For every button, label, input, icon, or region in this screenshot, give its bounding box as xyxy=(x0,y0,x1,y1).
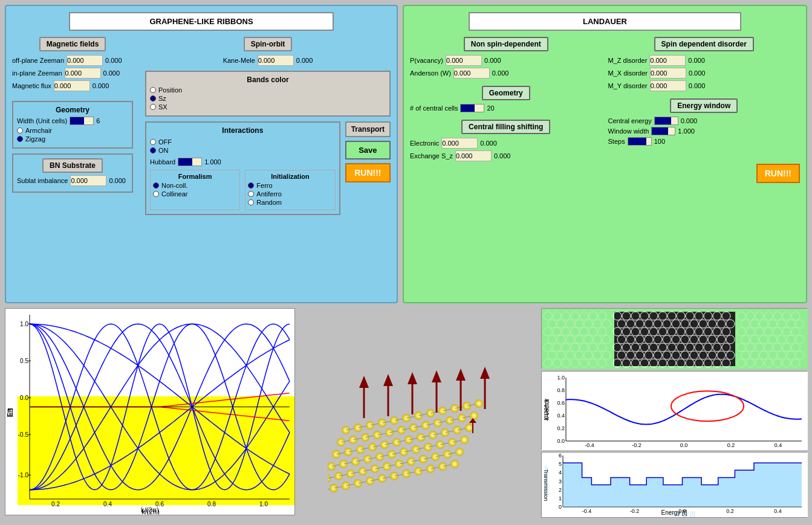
central-energy-label: Central energy xyxy=(608,117,652,124)
sz-label: Sz xyxy=(158,95,166,102)
non-coll-radio[interactable] xyxy=(153,182,159,188)
collinear-radio[interactable] xyxy=(153,191,159,197)
antiferro-radio[interactable] xyxy=(248,191,254,197)
off-plane-input[interactable] xyxy=(67,55,103,66)
ferro-radio[interactable] xyxy=(248,182,254,188)
off-plane-label: off-plane Zeeman xyxy=(12,57,64,64)
sublat-val: 0.000 xyxy=(109,177,126,184)
electronic-val: 0.000 xyxy=(480,140,497,147)
magnetic-fields-btn[interactable]: Magnetic fields xyxy=(39,37,106,51)
armchair-radio[interactable] xyxy=(17,127,23,134)
save-btn[interactable]: Save xyxy=(345,141,391,159)
pvacancy-label: P(vacancy) xyxy=(410,57,443,64)
non-coll-label: Non-coll. xyxy=(161,182,187,189)
hubbard-slider[interactable] xyxy=(178,158,202,166)
antiferro-label: Antiferro xyxy=(256,190,282,198)
kane-mele-input[interactable] xyxy=(258,55,294,66)
exchange-val: 0.000 xyxy=(494,152,511,159)
energy-window-btn[interactable]: Energy window xyxy=(670,98,738,113)
mz-label: M_Z disorder xyxy=(608,57,648,64)
spin-dep-disorder-btn[interactable]: Spin dependent disorder xyxy=(654,37,754,51)
mx-val: 0.000 xyxy=(689,69,706,77)
run-btn-left[interactable]: RUN!!! xyxy=(345,163,391,182)
window-width-slider[interactable] xyxy=(651,127,675,135)
in-plane-input[interactable] xyxy=(65,68,101,79)
sx-radio[interactable] xyxy=(150,104,156,110)
my-input[interactable] xyxy=(650,80,686,91)
transmission-chart: Transmission Energy [t] xyxy=(541,452,807,518)
anderson-val: 0.000 xyxy=(492,69,509,77)
trans-ylabel: Transmission xyxy=(543,469,549,501)
run-btn-right[interactable]: RUN!!! xyxy=(756,164,800,183)
geometry-title-left: Geometry xyxy=(17,106,128,114)
ribbon-visualization xyxy=(300,308,536,515)
sz-radio[interactable] xyxy=(150,95,156,101)
bands-color-title: Bands color xyxy=(150,76,386,84)
window-width-label: Window width xyxy=(608,127,649,135)
kane-mele-label: Kane-Mele xyxy=(223,57,255,64)
exchange-label: Exchange S_z xyxy=(410,152,453,159)
band-structure-chart: E/t k/(2π) xyxy=(5,308,295,515)
kv-ylabel: k-vector xyxy=(543,399,550,421)
central-energy-slider[interactable] xyxy=(654,117,678,125)
electronic-label: Electronic xyxy=(410,140,439,147)
position-label: Position xyxy=(158,86,182,94)
central-cells-val: 20 xyxy=(487,105,494,112)
band-ylabel: E/t xyxy=(7,408,14,416)
position-radio[interactable] xyxy=(150,87,156,93)
mx-label: M_X disorder xyxy=(608,69,648,77)
width-label: Width (Unit cells) xyxy=(17,117,67,124)
width-val: 6 xyxy=(96,117,100,124)
band-xlabel: k/(2π) xyxy=(141,506,159,514)
central-cells-slider[interactable] xyxy=(460,104,484,112)
mz-input[interactable] xyxy=(649,55,686,66)
exchange-input[interactable] xyxy=(455,150,492,161)
anderson-input[interactable] xyxy=(453,68,490,79)
pvacancy-input[interactable] xyxy=(446,55,482,66)
left-panel-title: GRAPHENE-LIKE RIBBONS xyxy=(69,12,334,31)
width-slider[interactable] xyxy=(70,117,94,125)
off-label: OFF xyxy=(158,138,172,146)
steps-slider[interactable] xyxy=(628,137,652,146)
mag-flux-val: 0.000 xyxy=(93,82,109,89)
central-filling-btn[interactable]: Central filling shifting xyxy=(461,120,550,134)
mag-flux-input[interactable] xyxy=(54,80,90,91)
pvacancy-val: 0.000 xyxy=(484,57,501,64)
on-label: ON xyxy=(158,147,169,154)
mag-flux-label: Magnetic flux xyxy=(12,82,51,89)
central-energy-val: 0.000 xyxy=(681,117,698,124)
spin-orbit-btn[interactable]: Spin-orbit xyxy=(244,37,293,51)
in-plane-val: 0.000 xyxy=(103,69,120,77)
sx-label: SX xyxy=(158,103,167,111)
off-radio[interactable] xyxy=(150,139,156,145)
zigzag-radio[interactable] xyxy=(17,136,23,142)
ferro-label: Ferro xyxy=(256,182,272,189)
formalism-title: Formalism xyxy=(153,173,237,180)
sublat-input[interactable] xyxy=(70,175,106,186)
non-spin-dep-btn[interactable]: Non spin-dependent xyxy=(464,37,548,51)
off-plane-val: 0.000 xyxy=(105,57,122,64)
random-radio[interactable] xyxy=(248,199,254,205)
electronic-input[interactable] xyxy=(441,138,478,149)
zigzag-label: Zigzag xyxy=(25,135,45,143)
trans-xlabel: Energy [t] xyxy=(661,509,687,516)
right-charts: k-vector Transmission Energy [t] xyxy=(541,308,807,515)
in-plane-label: in-plane Zeeman xyxy=(12,69,62,77)
mx-input[interactable] xyxy=(650,68,686,79)
steps-val: 100 xyxy=(654,138,665,145)
transport-btn[interactable]: Transport xyxy=(345,121,391,137)
initialization-title: Initialization xyxy=(248,173,332,180)
my-val: 0.000 xyxy=(689,82,706,89)
geometry-right-btn[interactable]: Geometry xyxy=(482,86,530,100)
on-radio[interactable] xyxy=(150,147,156,153)
window-width-val: 1.000 xyxy=(678,127,695,135)
collinear-label: Collinear xyxy=(161,190,187,198)
left-panel: GRAPHENE-LIKE RIBBONS Magnetic fields of… xyxy=(5,5,398,303)
my-label: M_Y disorder xyxy=(608,82,648,89)
anderson-label: Anderson (W) xyxy=(410,69,451,77)
right-panel: LANDAUER Non spin-dependent P(vacancy) 0… xyxy=(403,5,807,303)
bn-substrate-btn[interactable]: BN Substrate xyxy=(42,158,103,173)
random-label: Random xyxy=(256,199,282,206)
kvector-chart: k-vector xyxy=(541,371,807,449)
armchair-label: Armchair xyxy=(25,127,52,134)
